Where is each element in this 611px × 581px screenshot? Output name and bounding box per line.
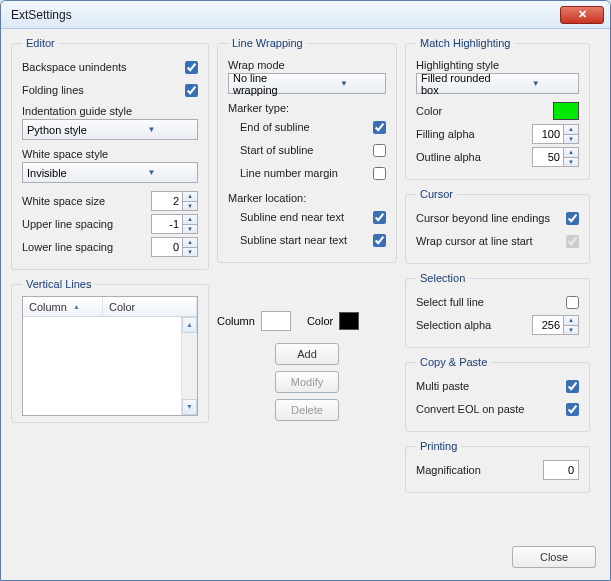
copy-paste-group: Copy & Paste Multi paste Convert EOL on … — [405, 356, 590, 432]
subline-start-near-text-checkbox[interactable] — [373, 234, 386, 247]
white-space-size-label: White space size — [22, 195, 151, 207]
white-space-value: Invisible — [27, 167, 110, 179]
magnification-input[interactable] — [543, 460, 579, 480]
select-full-line-label: Select full line — [416, 296, 566, 308]
line-number-margin-checkbox[interactable] — [373, 167, 386, 180]
start-of-subline-checkbox[interactable] — [373, 144, 386, 157]
line-number-margin-label: Line number margin — [240, 167, 373, 179]
end-of-subline-checkbox[interactable] — [373, 121, 386, 134]
folding-lines-checkbox[interactable] — [185, 84, 198, 97]
cursor-beyond-checkbox[interactable] — [566, 212, 579, 225]
filling-alpha-label: Filling alpha — [416, 128, 532, 140]
selection-alpha-input[interactable] — [532, 315, 564, 335]
table-header-color[interactable]: Color — [103, 297, 197, 316]
lower-spacing-input[interactable] — [151, 237, 183, 257]
copy-paste-legend: Copy & Paste — [416, 356, 491, 368]
scroll-up-icon[interactable]: ▲ — [182, 317, 197, 333]
selection-alpha-stepper[interactable]: ▲▼ — [532, 315, 579, 335]
highlighting-style-value: Filled rounded box — [421, 72, 498, 96]
match-highlighting-legend: Match Highlighting — [416, 37, 515, 49]
up-icon[interactable]: ▲ — [183, 192, 197, 202]
up-icon[interactable]: ▲ — [183, 238, 197, 248]
wrap-mode-select[interactable]: No line wrapping ▼ — [228, 73, 386, 94]
lower-spacing-stepper[interactable]: ▲▼ — [151, 237, 198, 257]
subline-end-near-text-label: Subline end near text — [240, 211, 373, 223]
up-icon[interactable]: ▲ — [564, 125, 578, 135]
color-label: Color — [307, 315, 333, 327]
filling-alpha-stepper[interactable]: ▲▼ — [532, 124, 579, 144]
select-full-line-checkbox[interactable] — [566, 296, 579, 309]
column-label: Column — [217, 315, 255, 327]
indent-guide-label: Indentation guide style — [22, 105, 198, 117]
delete-button[interactable]: Delete — [275, 399, 339, 421]
convert-eol-label: Convert EOL on paste — [416, 403, 566, 415]
printing-legend: Printing — [416, 440, 461, 452]
chevron-down-icon: ▼ — [307, 79, 381, 88]
marker-location-label: Marker location: — [228, 192, 386, 204]
start-of-subline-label: Start of subline — [240, 144, 373, 156]
down-icon[interactable]: ▼ — [183, 248, 197, 257]
titlebar[interactable]: ExtSettings ✕ — [1, 1, 610, 29]
backspace-unindents-checkbox[interactable] — [185, 61, 198, 74]
chevron-down-icon: ▼ — [498, 79, 575, 88]
upper-spacing-input[interactable] — [151, 214, 183, 234]
modify-button[interactable]: Modify — [275, 371, 339, 393]
line-wrapping-group: Line Wrapping Wrap mode No line wrapping… — [217, 37, 397, 263]
chevron-down-icon: ▼ — [110, 125, 193, 134]
end-of-subline-label: End of subline — [240, 121, 373, 133]
cursor-beyond-label: Cursor beyond line endings — [416, 212, 566, 224]
marker-type-label: Marker type: — [228, 102, 386, 114]
column-input[interactable] — [261, 311, 291, 331]
subline-end-near-text-checkbox[interactable] — [373, 211, 386, 224]
cursor-legend: Cursor — [416, 188, 457, 200]
add-button[interactable]: Add — [275, 343, 339, 365]
vertical-lines-legend: Vertical Lines — [22, 278, 95, 290]
white-space-size-stepper[interactable]: ▲▼ — [151, 191, 198, 211]
match-highlighting-group: Match Highlighting Highlighting style Fi… — [405, 37, 590, 180]
scrollbar[interactable]: ▲ ▼ — [181, 317, 197, 415]
content-area: Editor Backspace unindents Folding lines… — [1, 29, 610, 580]
backspace-unindents-label: Backspace unindents — [22, 61, 185, 73]
window-close-button[interactable]: ✕ — [560, 6, 604, 24]
editor-group: Editor Backspace unindents Folding lines… — [11, 37, 209, 270]
up-icon[interactable]: ▲ — [183, 215, 197, 225]
selection-legend: Selection — [416, 272, 469, 284]
table-header-column[interactable]: Column ▲ — [23, 297, 103, 316]
down-icon[interactable]: ▼ — [564, 135, 578, 144]
wrap-cursor-label: Wrap cursor at line start — [416, 235, 566, 247]
vertical-lines-group: Vertical Lines Column ▲ Color — [11, 278, 209, 423]
sort-asc-icon: ▲ — [73, 303, 80, 310]
upper-spacing-stepper[interactable]: ▲▼ — [151, 214, 198, 234]
multi-paste-checkbox[interactable] — [566, 380, 579, 393]
down-icon[interactable]: ▼ — [183, 202, 197, 211]
down-icon[interactable]: ▼ — [564, 326, 578, 335]
white-space-select[interactable]: Invisible ▼ — [22, 162, 198, 183]
outline-alpha-input[interactable] — [532, 147, 564, 167]
chevron-down-icon: ▼ — [110, 168, 193, 177]
editor-legend: Editor — [22, 37, 59, 49]
selection-alpha-label: Selection alpha — [416, 319, 532, 331]
multi-paste-label: Multi paste — [416, 380, 566, 392]
up-icon[interactable]: ▲ — [564, 316, 578, 326]
outline-alpha-stepper[interactable]: ▲▼ — [532, 147, 579, 167]
color-picker[interactable] — [339, 312, 359, 330]
vertical-lines-table[interactable]: Column ▲ Color ▲ ▼ — [22, 296, 198, 416]
white-space-size-input[interactable] — [151, 191, 183, 211]
highlight-color-picker[interactable] — [553, 102, 579, 120]
scroll-down-icon[interactable]: ▼ — [182, 399, 197, 415]
folding-lines-label: Folding lines — [22, 84, 185, 96]
highlighting-style-label: Highlighting style — [416, 59, 579, 71]
wrap-mode-label: Wrap mode — [228, 59, 386, 71]
close-button[interactable]: Close — [512, 546, 596, 568]
white-space-label: White space style — [22, 148, 198, 160]
outline-alpha-label: Outline alpha — [416, 151, 532, 163]
convert-eol-checkbox[interactable] — [566, 403, 579, 416]
filling-alpha-input[interactable] — [532, 124, 564, 144]
lower-spacing-label: Lower line spacing — [22, 241, 151, 253]
indent-guide-select[interactable]: Python style ▼ — [22, 119, 198, 140]
down-icon[interactable]: ▼ — [564, 158, 578, 167]
down-icon[interactable]: ▼ — [183, 225, 197, 234]
selection-group: Selection Select full line Selection alp… — [405, 272, 590, 348]
up-icon[interactable]: ▲ — [564, 148, 578, 158]
highlighting-style-select[interactable]: Filled rounded box ▼ — [416, 73, 579, 94]
